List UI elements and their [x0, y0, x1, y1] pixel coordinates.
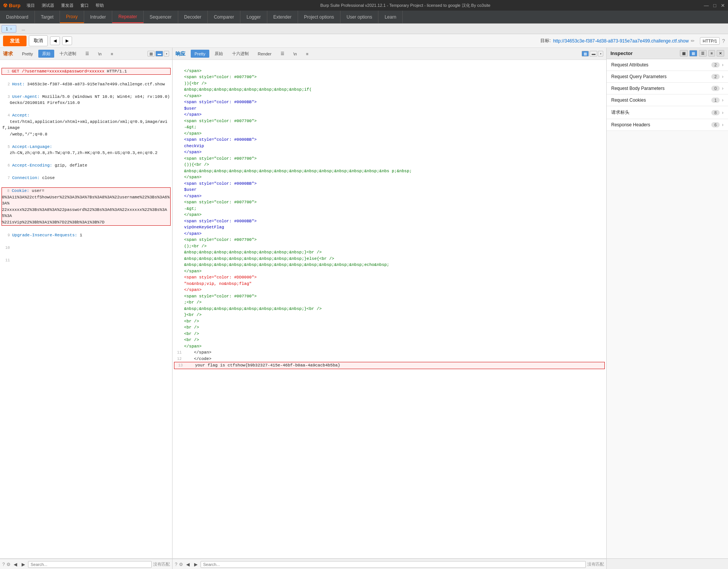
tab-decoder[interactable]: Decoder [178, 11, 208, 23]
title-text: Burp Suite Professional v2021.12.1 - Tem… [107, 3, 704, 8]
response-search-settings-icon[interactable]: ⚙ [179, 562, 183, 567]
response-tab-pretty[interactable]: Pretty [191, 50, 209, 58]
inspector-request-cookies[interactable]: Request Cookies 1 › [607, 94, 728, 106]
repeater-tab-1-close[interactable]: × [10, 27, 12, 31]
tab-project-options[interactable]: Project options [298, 11, 340, 23]
response-tab-format[interactable]: ☰ [277, 50, 288, 58]
search-bars-row: ? ⚙ ◀ ▶ 没有匹配 ? ⚙ ◀ ▶ 没有匹配 [0, 558, 728, 569]
response-layout-split[interactable]: ▦ [582, 51, 589, 57]
response-search-help-icon[interactable]: ? [175, 562, 177, 567]
response-format-icon: ☰ [281, 51, 284, 56]
inspector-query-params-right: 2 › [711, 74, 723, 79]
http-version-selector[interactable]: HTTP/1 [700, 37, 720, 45]
response-code-area[interactable]: </span> <span style="color: #007700"> ))… [173, 60, 606, 558]
request-search-settings-icon[interactable]: ⚙ [6, 562, 11, 567]
response-tab-hex[interactable]: 十六进制 [228, 50, 253, 58]
tab-learn[interactable]: Learn [378, 11, 403, 23]
inspector-close-btn[interactable]: ✕ [717, 50, 724, 57]
request-tab-hex[interactable]: 十六进制 [56, 50, 80, 58]
tab-user-options[interactable]: User options [340, 11, 378, 23]
tab-logger[interactable]: Logger [240, 11, 267, 23]
request-tab-menu[interactable]: ≡ [107, 50, 117, 58]
inspector-title-bar: Inspector ▦ ▦ ☰ ≡ ✕ [607, 48, 728, 59]
request-search-next[interactable]: ▶ [20, 561, 27, 568]
cancel-button[interactable]: 取消 [29, 35, 48, 46]
inspector-request-attributes-count: 2 [711, 62, 720, 68]
inspector-request-headers-label: 请求标头 [611, 109, 629, 116]
response-tab-render[interactable]: Render [254, 50, 275, 58]
tab-target[interactable]: Target [35, 11, 60, 23]
inspector-body-params-right: 0 › [711, 86, 723, 91]
tab-extender[interactable]: Extender [267, 11, 298, 23]
response-tab-raw[interactable]: 原始 [211, 50, 227, 58]
tab-proxy[interactable]: Proxy [60, 11, 84, 23]
response-search-next[interactable]: ▶ [193, 561, 199, 568]
title-bar: ☢ Burp 项目 测试器 重发器 窗口 帮助 Burp Suite Profe… [0, 0, 728, 11]
inspector-query-params-label: Request Query Parameters [611, 74, 667, 79]
inspector-request-cookies-label: Request Cookies [611, 97, 646, 103]
menu-bar: 项目 测试器 重发器 窗口 帮助 [24, 2, 107, 9]
request-tab-pretty[interactable]: Pretty [18, 50, 37, 58]
request-tab-raw[interactable]: 原始 [38, 50, 54, 58]
inspector-request-headers[interactable]: 请求标头 8 › [607, 106, 728, 119]
menu-repeater[interactable]: 重发器 [58, 2, 77, 9]
inspector-search-area [607, 559, 728, 569]
menu-window[interactable]: 窗口 [77, 2, 92, 9]
inspector-response-headers[interactable]: Response Headers 6 › [607, 119, 728, 131]
request-search-prev[interactable]: ◀ [12, 561, 19, 568]
inspector-request-attributes[interactable]: Request Attributes 2 › [607, 59, 728, 71]
maximize-button[interactable]: □ [713, 3, 716, 8]
inspector-query-params-count: 2 [711, 74, 720, 79]
inspector-title: Inspector [610, 50, 633, 56]
inspector-request-attributes-label: Request Attributes [611, 62, 648, 68]
repeater-tab-1[interactable]: 1 × [2, 25, 16, 33]
tab-intruder[interactable]: Intruder [84, 11, 112, 23]
request-search-input[interactable] [28, 561, 152, 568]
tab-comparer[interactable]: Comparer [208, 11, 240, 23]
response-tab-newline[interactable]: \n [290, 50, 301, 58]
inspector-layout-btn-1[interactable]: ▦ [680, 50, 688, 57]
request-layout-btns: ▦ ▬ ▪ [147, 51, 169, 57]
inspector-panel: Inspector ▦ ▦ ☰ ≡ ✕ Request Attributes 2… [607, 48, 728, 558]
response-tab-menu[interactable]: ≡ [302, 50, 312, 58]
main-content: 请求 Pretty 原始 十六进制 ☰ \n ≡ ▦ ▬ ▪ 1GET /?us… [0, 48, 728, 558]
inspector-layout-btn-2[interactable]: ▦ [689, 50, 697, 57]
inspector-response-headers-count: 6 [711, 122, 720, 127]
inspector-icon-group: ▦ ▦ ☰ ≡ ✕ [680, 50, 724, 57]
inspector-query-params[interactable]: Request Query Parameters 2 › [607, 71, 728, 83]
inspector-body-params[interactable]: Request Body Parameters 0 › [607, 83, 728, 94]
inspector-request-attributes-chevron: › [722, 62, 723, 68]
request-layout-split[interactable]: ▦ [147, 51, 155, 57]
prev-button[interactable]: ◀ [50, 36, 60, 45]
send-button[interactable]: 发送 [3, 36, 27, 46]
request-layout-top[interactable]: ▬ [155, 51, 163, 57]
inspector-body-params-chevron: › [722, 86, 723, 91]
response-layout-bottom[interactable]: ▪ [598, 51, 603, 57]
request-layout-bottom[interactable]: ▪ [164, 51, 169, 57]
menu-project[interactable]: 项目 [24, 2, 38, 9]
inspector-layout-btn-4[interactable]: ≡ [708, 50, 715, 57]
inspector-layout-btn-3[interactable]: ☰ [699, 50, 707, 57]
request-tab-format[interactable]: ☰ [82, 50, 93, 58]
repeater-tab-new[interactable]: ... [18, 25, 29, 32]
minimize-button[interactable]: — [704, 3, 709, 8]
repeater-toolbar: 发送 取消 ◀ ▶ 目标: http://34653c3e-f387-4d38-… [0, 34, 728, 48]
next-button[interactable]: ▶ [62, 36, 72, 45]
tab-sequencer[interactable]: Sequencer [144, 11, 178, 23]
tab-repeater[interactable]: Repeater [112, 11, 143, 23]
response-search-prev[interactable]: ◀ [185, 561, 191, 568]
request-search-help-icon[interactable]: ? [2, 562, 5, 567]
menu-help[interactable]: 帮助 [93, 2, 107, 9]
request-code-area[interactable]: 1GET /?username=xxxxxx&password=xxxxxx H… [0, 60, 172, 558]
response-search-input[interactable] [201, 561, 586, 568]
help-icon[interactable]: ? [722, 38, 725, 44]
request-tab-newline[interactable]: \n [94, 50, 105, 58]
response-layout-top[interactable]: ▬ [590, 51, 597, 57]
response-search-bar: ? ⚙ ◀ ▶ 没有匹配 [173, 559, 607, 569]
close-button[interactable]: ✕ [721, 3, 725, 8]
menu-tester[interactable]: 测试器 [39, 2, 57, 9]
inspector-request-cookies-right: 1 › [711, 97, 723, 103]
edit-target-icon[interactable]: ✏ [691, 38, 695, 44]
tab-dashboard[interactable]: Dashboard [0, 11, 35, 23]
target-url: http://34653c3e-f387-4d38-a873-915e7aa7e… [553, 38, 689, 44]
